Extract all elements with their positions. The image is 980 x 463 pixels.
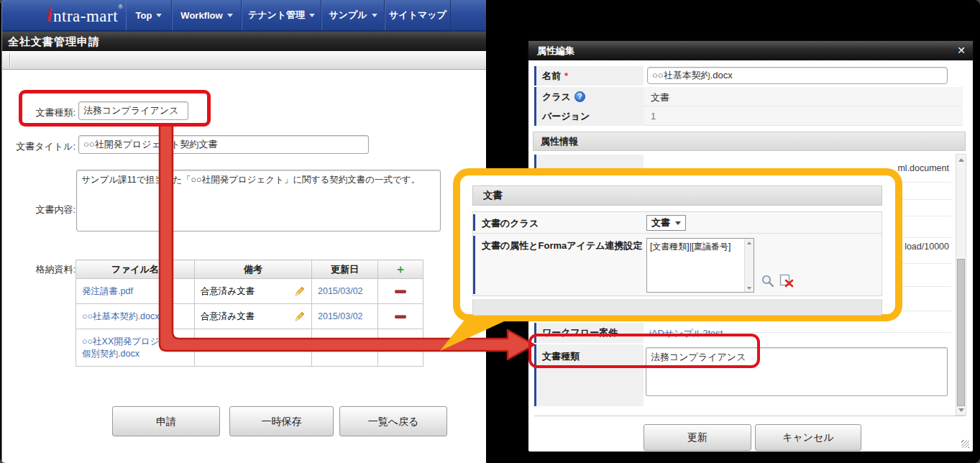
table-row: 発注請書.pdf 合意済み文書 2015/03/02 — [76, 279, 423, 304]
note-header: 備考 — [195, 260, 312, 279]
note-text: 合意済み文書 — [201, 285, 255, 298]
doc-content-textarea[interactable] — [76, 170, 441, 232]
global-nav: intra-mart® Top Workflow テナント管理 サンプル サイト… — [2, 0, 486, 32]
toolbar-strip — [2, 51, 486, 70]
doc-class-label: 文書のクラス — [482, 217, 539, 230]
dialog-titlebar[interactable]: 属性編集 — [528, 41, 973, 60]
clear-selection-icon[interactable] — [779, 274, 794, 288]
update-button[interactable]: 更新 — [644, 424, 751, 451]
edit-pencil-icon[interactable] — [294, 285, 306, 297]
updated-date: 2015/03/02 — [318, 311, 363, 321]
cancel-button[interactable]: キャンセル — [755, 424, 861, 451]
table-header-row: ファイル名 備考 更新日 ＋ — [76, 260, 423, 279]
add-file-plus-icon[interactable]: ＋ — [381, 264, 420, 275]
chevron-down-icon — [156, 14, 162, 17]
table-row: ○○社基本契約.docx 合意済み文書 2015/03/02 — [76, 304, 423, 329]
doc-title-label: 文書タイトル: — [4, 140, 75, 153]
class-value: 文書 — [651, 91, 669, 104]
edit-pencil-icon[interactable] — [294, 311, 306, 322]
accent-bar — [473, 214, 475, 231]
dialog-title: 属性編集 — [537, 45, 574, 56]
class-label: クラス? — [534, 87, 644, 106]
callout-section-title: 文書 — [472, 185, 882, 206]
page-titlebar: 全社文書管理申請 — [2, 32, 486, 51]
application-window: intra-mart® Top Workflow テナント管理 サンプル サイト… — [1, 0, 486, 463]
forma-mapping-label: 文書の属性とFormaアイテム連携設定 — [482, 239, 643, 252]
nav-menu: Top Workflow テナント管理 サンプル サイトマップ — [126, 0, 451, 30]
scroll-up-icon[interactable] — [745, 239, 754, 247]
nav-item-sitemap[interactable]: サイトマップ — [385, 0, 451, 30]
chevron-down-icon — [227, 14, 233, 17]
screenshot-frame: intra-mart® Top Workflow テナント管理 サンプル サイト… — [0, 0, 980, 463]
registered-mark: ® — [118, 3, 123, 10]
updated-date: 2015/03/02 — [318, 286, 363, 296]
scroll-down-icon[interactable] — [956, 405, 966, 415]
forma-row-icons — [761, 274, 794, 288]
remove-file-minus-icon[interactable] — [395, 315, 406, 318]
file-link[interactable]: ○○社基本契約.docx — [82, 311, 159, 321]
scroll-down-icon[interactable] — [745, 284, 754, 292]
required-asterisk: * — [564, 70, 568, 81]
doc-class-row: 文書のクラス 文書 — [473, 212, 881, 234]
apply-button[interactable]: 申請 — [112, 406, 220, 436]
file-link[interactable]: ○○社XX開発プロジェクト個別契約.docx — [82, 336, 187, 359]
intra-mart-logo[interactable]: intra-mart® — [47, 4, 123, 27]
search-icon[interactable] — [761, 274, 774, 288]
version-value: 1 — [651, 111, 656, 122]
file-name-header: ファイル名 — [76, 260, 195, 279]
nav-item-workflow[interactable]: Workflow — [172, 0, 242, 30]
logo-text: ntra-mart — [53, 7, 118, 25]
back-to-list-button[interactable]: 一覧へ戻る — [339, 406, 447, 436]
doc-content-label: 文書内容: — [4, 203, 75, 216]
chevron-down-icon — [372, 14, 377, 17]
name-input[interactable] — [647, 67, 948, 84]
toolbar-divider — [9, 53, 10, 67]
nav-item-top[interactable]: Top — [126, 0, 172, 30]
note-text: 合意済み文書 — [201, 311, 255, 323]
nav-item-sample[interactable]: サンプル — [321, 0, 385, 30]
dialog-doc-type-textarea[interactable] — [646, 347, 948, 396]
scroll-thumb[interactable] — [957, 259, 965, 406]
attr-info-section-title: 属性情報 — [533, 132, 966, 151]
callout-rows: 文書のクラス 文書 文書の属性とFormaアイテム連携設定 [文書種類]|[稟議… — [472, 211, 882, 296]
chevron-down-icon — [675, 221, 681, 225]
dialog-doc-type-label: 文書種類 — [534, 344, 644, 406]
logo-accent: i — [47, 4, 52, 26]
dialog-scrollbar[interactable] — [956, 154, 966, 416]
magnified-callout: 文書 文書のクラス 文書 文書の属性とFormaアイテム連携設定 [文書種類]|… — [453, 168, 902, 321]
doc-type-label: 文書種類: — [4, 106, 75, 119]
help-icon[interactable]: ? — [574, 91, 585, 102]
forma-mapping-textarea[interactable]: [文書種類]|[稟議番号] — [646, 238, 754, 293]
workflow-case-label: ワークフロー案件 — [534, 323, 644, 343]
doc-type-input[interactable] — [78, 101, 188, 120]
name-label: 名前* — [534, 66, 644, 86]
workflow-case-link[interactable]: iADサンプル2test — [649, 327, 723, 340]
version-label: バージョン — [534, 106, 644, 126]
temp-save-button[interactable]: 一時保存 — [229, 406, 334, 436]
textarea-scrollbar[interactable] — [744, 239, 754, 292]
table-row: ○○社XX開発プロジェクト個別契約.docx — [76, 329, 423, 367]
close-icon[interactable]: ✕ — [957, 41, 966, 60]
accent-bar — [473, 236, 475, 294]
add-file-header: ＋ — [378, 260, 423, 279]
doc-title-input[interactable] — [78, 135, 369, 154]
resize-handle-icon[interactable] — [961, 440, 969, 448]
date-header: 更新日 — [312, 260, 378, 279]
scroll-up-icon[interactable] — [956, 155, 966, 165]
doc-class-select[interactable]: 文書 — [646, 215, 686, 231]
remove-file-minus-icon[interactable] — [395, 290, 406, 293]
page-title: 全社文書管理申請 — [8, 35, 100, 47]
callout-footer-band — [472, 299, 882, 316]
forma-mapping-row: 文書の属性とFormaアイテム連携設定 [文書種類]|[稟議番号] — [473, 234, 881, 296]
file-link[interactable]: 発注請書.pdf — [82, 286, 133, 296]
dialog-footer-divider — [534, 416, 966, 416]
attachments-label: 格納資料: — [4, 263, 75, 276]
chevron-down-icon — [309, 14, 315, 17]
attachments-table: ファイル名 備考 更新日 ＋ 発注請書.pdf 合意済み文書 2015/03/0… — [75, 260, 423, 367]
nav-item-tenant-admin[interactable]: テナント管理 — [242, 0, 321, 30]
